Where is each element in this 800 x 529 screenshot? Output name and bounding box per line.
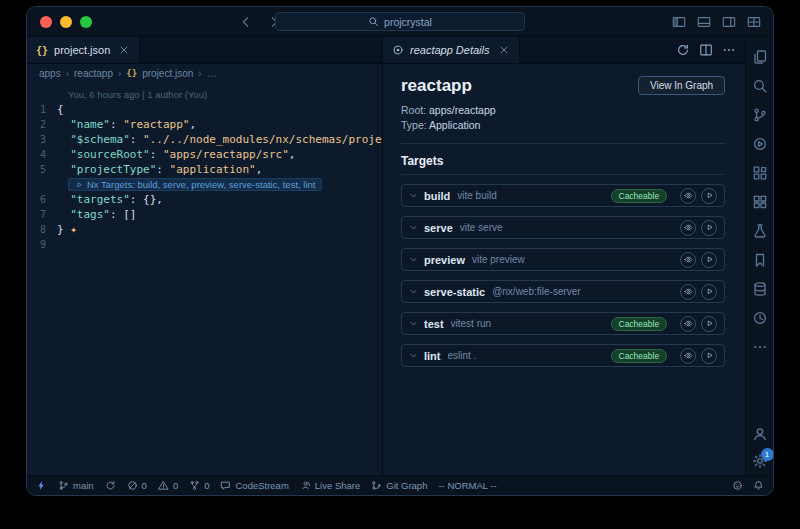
view-target-config-button[interactable] <box>680 316 696 332</box>
chevron-down-icon[interactable] <box>409 223 418 232</box>
editor-actions <box>676 37 745 63</box>
view-target-config-button[interactable] <box>680 188 696 204</box>
vscode-window: projcrystal {} project.json apps›reactap… <box>26 6 774 496</box>
sync-changes[interactable] <box>105 480 116 491</box>
settings-gear-icon[interactable]: 1 <box>752 453 768 469</box>
activity-bar-bottom: 1 <box>752 426 768 469</box>
code-line-5[interactable]: 5 "projectType": "application", <box>27 162 382 177</box>
toggle-sidebar-left-icon[interactable] <box>672 15 686 29</box>
extensions-icon[interactable] <box>752 165 768 181</box>
live-share[interactable]: Live Share <box>300 480 360 491</box>
target-row-test[interactable]: testvitest runCacheable <box>401 312 725 335</box>
split-editor-icon[interactable] <box>699 43 713 57</box>
account-icon[interactable] <box>752 426 768 442</box>
grid-icon[interactable] <box>752 194 768 210</box>
code-line-8[interactable]: 8} ✦ <box>27 222 382 237</box>
chevron-down-icon[interactable] <box>409 287 418 296</box>
run-target-button[interactable] <box>701 220 717 236</box>
clock-icon[interactable] <box>752 310 768 326</box>
errors-count[interactable]: 0 <box>127 480 147 491</box>
tab-reactapp-details[interactable]: reactapp Details <box>383 37 520 63</box>
nx-play-icon <box>75 181 83 189</box>
code-line-6[interactable]: 6 "targets": {}, <box>27 192 382 207</box>
circle-slash-icon <box>127 480 138 491</box>
lightning-icon <box>36 480 47 491</box>
maximize-window-button[interactable] <box>80 16 92 28</box>
target-row-serve[interactable]: servevite serve <box>401 216 725 239</box>
line-number: 8 <box>27 222 57 237</box>
target-name: serve-static <box>424 286 485 298</box>
breadcrumb-item-reactapp[interactable]: reactapp <box>74 68 113 79</box>
run-target-button[interactable] <box>701 284 717 300</box>
code-line-2[interactable]: 2 "name": "reactapp", <box>27 117 382 132</box>
vim-mode[interactable]: -- NORMAL -- <box>438 480 496 491</box>
code-editor[interactable]: You, 6 hours ago | 1 author (You)1{2 "na… <box>27 82 382 475</box>
search-icon <box>368 16 379 27</box>
view-target-config-button[interactable] <box>680 284 696 300</box>
tab-bar-spacer <box>140 37 382 63</box>
notifications-bell[interactable] <box>753 480 764 491</box>
target-row-lint[interactable]: linteslint .Cacheable <box>401 344 725 367</box>
breadcrumb-item-project.json[interactable]: project.json <box>142 68 193 79</box>
run-target-button[interactable] <box>701 348 717 364</box>
warnings-count[interactable]: 0 <box>158 480 178 491</box>
sync-icon <box>105 480 116 491</box>
refresh-icon[interactable] <box>676 43 690 57</box>
source-control-icon[interactable] <box>752 107 768 123</box>
close-window-button[interactable] <box>40 16 52 28</box>
bookmark-icon[interactable] <box>752 252 768 268</box>
chevron-down-icon[interactable] <box>409 191 418 200</box>
code-line-3[interactable]: 3 "$schema": "../../node_modules/nx/sche… <box>27 132 382 147</box>
more-actions-icon[interactable] <box>722 43 736 57</box>
code-line-9[interactable]: 9 <box>27 237 382 252</box>
breadcrumb-symbol-ellipsis[interactable]: … <box>207 68 217 79</box>
minimize-window-button[interactable] <box>60 16 72 28</box>
toggle-panel-icon[interactable] <box>697 15 711 29</box>
back-icon[interactable] <box>239 15 253 29</box>
git-branch[interactable]: main <box>58 480 94 491</box>
code-line-1[interactable]: 1{ <box>27 102 382 117</box>
run-target-button[interactable] <box>701 316 717 332</box>
code-line-4[interactable]: 4 "sourceRoot": "apps/reactapp/src", <box>27 147 382 162</box>
feedback-button[interactable] <box>732 480 743 491</box>
more-icon[interactable] <box>752 339 768 355</box>
target-row-serve-static[interactable]: serve-static@nx/web:file-server <box>401 280 725 303</box>
code-line-7[interactable]: 7 "tags": [] <box>27 207 382 222</box>
fork-count[interactable]: 0 <box>189 480 209 491</box>
view-target-config-button[interactable] <box>680 348 696 364</box>
database-icon[interactable] <box>752 281 768 297</box>
beaker-icon[interactable] <box>752 223 768 239</box>
status-item-label: CodeStream <box>235 480 288 491</box>
customize-layout-icon[interactable] <box>747 15 761 29</box>
line-content: "projectType": "application", <box>57 162 262 177</box>
search-icon[interactable] <box>752 78 768 94</box>
git-graph[interactable]: Git Graph <box>371 480 427 491</box>
tab-project-json[interactable]: {} project.json <box>27 37 140 63</box>
view-target-config-button[interactable] <box>680 220 696 236</box>
files-icon[interactable] <box>752 49 768 65</box>
run-target-button[interactable] <box>701 252 717 268</box>
breadcrumb-item-apps[interactable]: apps <box>39 68 61 79</box>
project-root: Root: apps/reactapp <box>401 103 725 118</box>
chevron-down-icon[interactable] <box>409 319 418 328</box>
remote-indicator[interactable] <box>36 480 47 491</box>
chevron-down-icon[interactable] <box>409 255 418 264</box>
command-center-search[interactable]: projcrystal <box>275 12 525 31</box>
chevron-down-icon[interactable] <box>409 351 418 360</box>
target-row-build[interactable]: buildvite buildCacheable <box>401 184 725 207</box>
workbench: {} project.json apps›reactapp›{}project.… <box>27 37 773 475</box>
view-target-config-button[interactable] <box>680 252 696 268</box>
breadcrumb[interactable]: apps›reactapp›{}project.json›… <box>27 64 382 82</box>
nx-targets-codelens[interactable]: Nx Targets: build, serve, preview, serve… <box>27 177 382 192</box>
run-target-button[interactable] <box>701 188 717 204</box>
toggle-sidebar-right-icon[interactable] <box>722 15 736 29</box>
codestream[interactable]: CodeStream <box>220 480 288 491</box>
close-icon[interactable] <box>118 44 130 56</box>
line-number: 9 <box>27 237 57 252</box>
view-in-graph-button[interactable]: View In Graph <box>638 76 725 95</box>
run-debug-icon[interactable] <box>752 136 768 152</box>
notification-count-badge: 1 <box>761 448 774 461</box>
target-row-preview[interactable]: previewvite preview <box>401 248 725 271</box>
close-icon[interactable] <box>498 44 510 56</box>
git-graph-icon <box>371 480 382 491</box>
